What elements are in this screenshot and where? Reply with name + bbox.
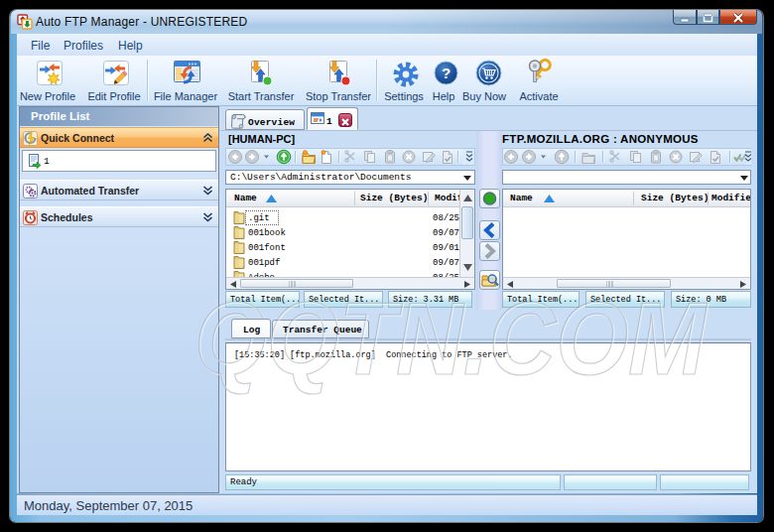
svg-text:?: ? bbox=[442, 65, 451, 81]
